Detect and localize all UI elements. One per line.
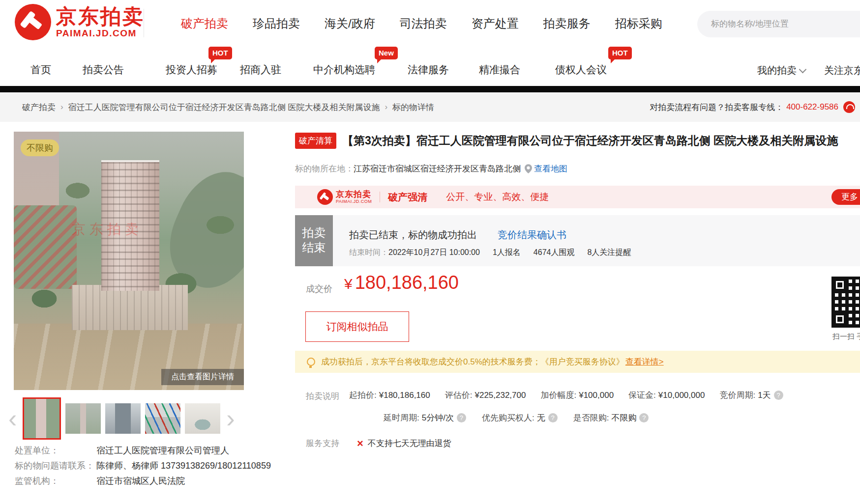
- view-image-details-button[interactable]: 点击查看图片详情: [161, 369, 244, 385]
- contact-value: 陈律师、杨律师 13739138269/18012110859: [96, 458, 271, 474]
- view-map-link[interactable]: 查看地图: [534, 163, 567, 174]
- auction-info-row1: 起拍价:¥180,186,160 评估价:¥225,232,700 加价幅度:¥…: [349, 390, 783, 401]
- subscribe-similar-items-button[interactable]: 订阅相似拍品: [305, 311, 409, 342]
- qr-finder-top-left: [833, 279, 846, 291]
- bid-increment: 加价幅度:¥100,000: [540, 390, 614, 401]
- priority-buyer: 优先购买权人:无?: [482, 412, 558, 423]
- no-return-policy-text: 不支持七天无理由退货: [368, 438, 451, 449]
- subnav-merchant-entry[interactable]: 招商入驻: [240, 63, 281, 77]
- bidders-count: 1人报名: [493, 248, 521, 258]
- service-support-label: 服务支持: [306, 438, 339, 449]
- extension-period-label: 延时周期:: [384, 412, 419, 423]
- item-location-row: 标的物所在地： 江苏宿迁市宿城区宿迁经济开发区青岛路北侧 查看地图: [295, 163, 567, 174]
- status-message-row: 拍卖已结束，标的物成功拍出 竞价结果确认书: [349, 228, 566, 242]
- nav-customs-gov[interactable]: 海关/政府: [325, 16, 375, 31]
- status-detail-row: 结束时间：2022年10月27日 10:00:00 1人报名 4674人围观 8…: [349, 248, 631, 258]
- thumbnail-corridor[interactable]: [145, 403, 180, 434]
- followers-count: 8人关注提醒: [587, 248, 631, 258]
- help-icon[interactable]: ?: [639, 413, 649, 422]
- view-details-link[interactable]: 查看详情>: [625, 356, 664, 367]
- subnav-investor-recruitment[interactable]: 投资人招募: [166, 63, 217, 77]
- search-input[interactable]: [697, 11, 860, 37]
- nav-auction-service[interactable]: 拍卖服务: [543, 16, 591, 31]
- primary-nav: 破产拍卖 珍品拍卖 海关/政府 司法拍卖 资产处置 拍卖服务 招标采购: [181, 16, 662, 31]
- breadcrumb-bar: 破产拍卖 › 宿迁工人医院管理有限公司位于宿迁经济开发区青岛路北侧 医院大楼及相…: [0, 92, 860, 122]
- thumbnail-building-closeup[interactable]: [105, 403, 141, 434]
- jd-hammer-icon: [15, 4, 51, 40]
- seller-info: 处置单位： 宿迁工人医院管理有限公司管理人 标的物问题请联系： 陈律师、杨律师 …: [15, 443, 271, 489]
- follow-jd-auction[interactable]: 关注京东拍卖: [824, 64, 860, 77]
- breadcrumb-item-name[interactable]: 宿迁工人医院管理有限公司位于宿迁经济开发区青岛路北侧 医院大楼及相关附属设施: [68, 102, 380, 113]
- auction-status-box: 拍卖 结束 拍卖已结束，标的物成功拍出 竞价结果确认书 结束时间：2022年10…: [295, 215, 860, 266]
- auction-info-label: 拍卖说明: [306, 391, 339, 402]
- banner-divider: [380, 192, 380, 202]
- help-icon[interactable]: ?: [774, 391, 783, 400]
- nav-treasure-auction[interactable]: 珍品拍卖: [253, 16, 300, 31]
- purchase-limit-label: 是否限购:: [573, 412, 609, 423]
- banner-tag: 破产强清: [388, 191, 427, 204]
- banner-jd-logo[interactable]: 京东拍卖 PAIMAI.JD.COM: [317, 189, 372, 205]
- main-item-photo[interactable]: 京东拍卖 点击查看图片详情: [14, 132, 244, 390]
- item-title: 【第3次拍卖】宿迁工人医院管理有限公司位于宿迁经济开发区青岛路北侧 医院大楼及相…: [342, 133, 838, 148]
- help-icon[interactable]: ?: [457, 413, 466, 422]
- thumbnail-aerial-building-selected[interactable]: [23, 397, 61, 440]
- nav-asset-disposal[interactable]: 资产处置: [472, 16, 519, 31]
- no-purchase-limit-tag: 不限购: [21, 140, 59, 156]
- customer-service-icon[interactable]: [843, 101, 855, 113]
- end-time: 结束时间：2022年10月27日 10:00:00: [349, 248, 480, 258]
- extension-period: 延时周期:5分钟/次?: [384, 412, 466, 423]
- bidding-period-value: 1天: [758, 390, 771, 401]
- bankruptcy-liquidation-badge: 破产清算: [295, 133, 336, 149]
- supervisor-value: 宿迁市宿城区人民法院: [96, 474, 185, 489]
- thumbnail-strip: ‹ ›: [7, 395, 245, 442]
- deal-price-label: 成交价: [306, 283, 332, 295]
- service-support-row: 服务支持 × 不支持七天无理由退货: [306, 438, 451, 449]
- appraisal-price-value: ¥225,232,700: [474, 391, 526, 400]
- nav-bankruptcy-auction[interactable]: 破产拍卖: [181, 16, 228, 31]
- subnav-creditor-meeting[interactable]: 债权人会议: [555, 63, 607, 77]
- yen-symbol: ¥: [344, 276, 353, 292]
- nav-judicial-auction[interactable]: 司法拍卖: [400, 16, 447, 31]
- help-icon[interactable]: ?: [548, 413, 558, 422]
- bid-result-confirmation-link[interactable]: 竞价结果确认书: [498, 228, 566, 242]
- logo-title: 京东拍卖: [56, 5, 145, 28]
- chevron-right-icon[interactable]: ›: [225, 404, 236, 433]
- subnav-home[interactable]: 首页: [30, 63, 51, 77]
- thumbnail-lobby[interactable]: [185, 403, 220, 434]
- status-square-line2: 结束: [295, 240, 333, 255]
- auction-info-row2: 延时周期:5分钟/次? 优先购买权人:无? 是否限购:不限购?: [384, 412, 649, 423]
- subnav-agency-selection[interactable]: 中介机构选聘: [313, 63, 375, 77]
- deposit: 保证金:¥10,000,000: [628, 390, 705, 401]
- nav-bidding-procurement[interactable]: 招标采购: [615, 16, 662, 31]
- bid-increment-label: 加价幅度:: [540, 390, 576, 401]
- jd-hammer-icon: [317, 189, 333, 205]
- supervisor-label: 监管机构：: [15, 474, 96, 489]
- subnav-auction-announcement[interactable]: 拍卖公告: [83, 63, 124, 77]
- status-square-line1: 拍卖: [295, 225, 333, 240]
- subnav-legal-service[interactable]: 法律服务: [408, 63, 449, 77]
- priority-buyer-value: 无: [537, 412, 545, 423]
- jd-paimai-logo[interactable]: 京东拍卖 PAIMAI.JD.COM: [15, 4, 145, 40]
- chevron-left-icon[interactable]: ‹: [7, 404, 18, 433]
- disposal-unit-value: 宿迁工人医院管理有限公司管理人: [96, 443, 229, 458]
- location-value: 江苏宿迁市宿城区宿迁经济开发区青岛路北侧: [354, 163, 521, 174]
- thumbnail-aerial-city[interactable]: [65, 403, 101, 434]
- breadcrumb-bankruptcy[interactable]: 破产拍卖: [22, 102, 56, 113]
- purchase-limit: 是否限购:不限购?: [573, 412, 649, 423]
- map-pin-icon: [525, 164, 532, 173]
- hotline-phone-number: 400-622-9586: [786, 102, 838, 112]
- banner-logo-title: 京东拍卖: [336, 190, 372, 199]
- lightbulb-icon: [307, 358, 315, 366]
- breadcrumb-separator: ›: [60, 102, 63, 112]
- subnav-precise-matching[interactable]: 精准撮合: [479, 63, 520, 77]
- end-time-label: 结束时间：: [349, 248, 388, 256]
- deposit-label: 保证金:: [628, 390, 656, 401]
- logo-text: 京东拍卖 PAIMAI.JD.COM: [56, 5, 145, 39]
- my-auction-menu[interactable]: 我的拍卖: [757, 64, 805, 77]
- start-price: 起拍价:¥180,186,160: [349, 390, 430, 401]
- watchers-count: 4674人围观: [534, 248, 575, 258]
- bidding-period: 竞价周期:1天?: [719, 390, 783, 401]
- location-label: 标的物所在地：: [295, 163, 354, 174]
- banner-more-button[interactable]: 更多: [831, 189, 860, 205]
- my-auction-label: 我的拍卖: [757, 65, 797, 76]
